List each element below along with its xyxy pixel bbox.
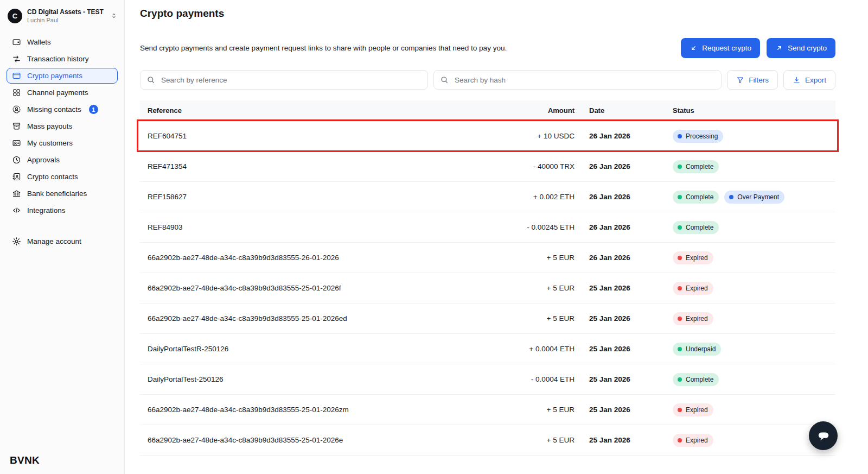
- status-badge: Expired: [673, 434, 713, 447]
- header-actions: Request crypto Send crypto: [681, 38, 835, 58]
- sidebar-item-mass-payouts[interactable]: Mass payouts: [7, 118, 118, 134]
- table-row[interactable]: 66a2902b-ae27-48de-a34c-c8a39b9d3d83555-…: [140, 395, 835, 425]
- table-row[interactable]: REF471354 - 40000 TRX 26 Jan 2026 Comple…: [140, 151, 835, 182]
- main-content: Crypto payments Send crypto payments and…: [125, 0, 868, 456]
- sidebar-item-label: Transaction history: [27, 55, 89, 63]
- row-date: 26 Jan 2026: [589, 193, 673, 201]
- sidebar-item-label: Approvals: [27, 156, 60, 164]
- row-reference: 66a2902b-ae27-48de-a34c-c8a39b9d3d83555-…: [140, 406, 497, 414]
- sidebar-item-wallets[interactable]: Wallets: [7, 34, 118, 50]
- table-row[interactable]: DailyPortalTest-250126 - 0.0004 ETH 25 J…: [140, 364, 835, 395]
- table-header: Reference Amount Date Status: [140, 100, 835, 121]
- sidebar-item-crypto-payments[interactable]: Crypto payments: [7, 68, 118, 84]
- sidebar-item-manage-account[interactable]: Manage account: [7, 233, 118, 249]
- status-badge: Expired: [673, 403, 713, 416]
- send-crypto-label: Send crypto: [788, 44, 827, 52]
- sidebar-item-label: Missing contacts: [27, 105, 81, 113]
- row-date: 25 Jan 2026: [589, 436, 673, 444]
- request-crypto-button[interactable]: Request crypto: [681, 38, 760, 58]
- bank-beneficiaries-icon: [12, 189, 21, 198]
- arrow-up-right-icon: [775, 44, 783, 52]
- filters-button[interactable]: Filters: [727, 70, 778, 90]
- status-badge: Processing: [673, 130, 723, 143]
- chat-widget-button[interactable]: [809, 421, 838, 450]
- sidebar-item-transaction-history[interactable]: Transaction history: [7, 51, 118, 67]
- filters-label: Filters: [749, 76, 769, 84]
- row-date: 25 Jan 2026: [589, 345, 673, 353]
- toolbar: Filters Export: [140, 70, 835, 90]
- search-hash-input[interactable]: [433, 70, 722, 90]
- search-reference-input[interactable]: [140, 70, 428, 90]
- sidebar: C CD Digital Assets - TEST Acc... Luchin…: [0, 0, 125, 474]
- column-header-amount: Amount: [497, 106, 589, 115]
- status-dot-icon: [729, 195, 733, 199]
- table-row[interactable]: REF158627 + 0.002 ETH 26 Jan 2026 Comple…: [140, 182, 835, 212]
- sidebar-item-approvals[interactable]: Approvals: [7, 152, 118, 168]
- status-dot-icon: [678, 408, 682, 412]
- account-meta: CD Digital Assets - TEST Acc... Luchin P…: [27, 8, 105, 23]
- status-label: Processing: [686, 132, 718, 140]
- sidebar-item-integrations[interactable]: Integrations: [7, 203, 118, 218]
- status-dot-icon: [678, 317, 682, 321]
- table-row[interactable]: DailyPortalTestR-250126 + 0.0004 ETH 25 …: [140, 334, 835, 364]
- sidebar-item-crypto-contacts[interactable]: Crypto contacts: [7, 169, 118, 185]
- row-reference: 66a2902b-ae27-48de-a34c-c8a39b9d3d83555-…: [140, 284, 497, 292]
- row-status: Underpaid: [673, 343, 835, 356]
- crypto-payments-icon: [12, 71, 21, 80]
- row-status: Expired: [673, 251, 835, 264]
- table-row[interactable]: REF604751 + 10 USDC 26 Jan 2026 Processi…: [140, 121, 835, 151]
- status-label: Underpaid: [686, 345, 716, 353]
- account-switcher[interactable]: C CD Digital Assets - TEST Acc... Luchin…: [0, 0, 124, 30]
- table-row[interactable]: REF84903 - 0.00245 ETH 26 Jan 2026 Compl…: [140, 212, 835, 243]
- sidebar-item-my-customers[interactable]: My customers: [7, 135, 118, 151]
- sidebar-item-missing-contacts[interactable]: Missing contacts 1: [7, 102, 118, 117]
- row-status: Expired: [673, 403, 835, 416]
- status-label: Complete: [686, 193, 713, 201]
- export-button[interactable]: Export: [783, 70, 835, 90]
- status-label: Over Payment: [737, 193, 779, 201]
- request-crypto-label: Request crypto: [702, 44, 751, 52]
- chevron-updown-icon: [110, 12, 118, 20]
- status-badge: Expired: [673, 251, 713, 264]
- filter-funnel-icon: [736, 76, 744, 84]
- status-badge: Complete: [673, 221, 719, 234]
- row-reference: REF471354: [140, 162, 497, 170]
- search-icon: [440, 75, 449, 84]
- row-status: Processing: [673, 130, 835, 143]
- row-reference: REF158627: [140, 193, 497, 201]
- status-dot-icon: [678, 165, 682, 169]
- table-row[interactable]: 66a2902b-ae27-48de-a34c-c8a39b9d3d83555-…: [140, 243, 835, 273]
- table-row[interactable]: 66a2902b-ae27-48de-a34c-c8a39b9d3d83555-…: [140, 273, 835, 304]
- sidebar-bottom-nav: Manage account: [0, 219, 124, 249]
- payments-table: Reference Amount Date Status REF604751 +…: [140, 100, 835, 456]
- app-root: C CD Digital Assets - TEST Acc... Luchin…: [0, 0, 868, 456]
- column-header-date: Date: [589, 106, 673, 115]
- row-date: 26 Jan 2026: [589, 223, 673, 231]
- row-date: 25 Jan 2026: [589, 314, 673, 323]
- row-amount: + 5 EUR: [497, 254, 589, 262]
- search-by-reference-box: [140, 70, 428, 90]
- channel-payments-icon: [12, 88, 21, 97]
- row-reference: 66a2902b-ae27-48de-a34c-c8a39b9d3d83555-…: [140, 254, 497, 262]
- send-crypto-button[interactable]: Send crypto: [767, 38, 835, 58]
- status-dot-icon: [678, 377, 682, 382]
- sidebar-item-label: Wallets: [27, 38, 51, 46]
- row-amount: - 0.00245 ETH: [497, 223, 589, 231]
- table-row[interactable]: 66a2902b-ae27-48de-a34c-c8a39b9d3d83555-…: [140, 304, 835, 334]
- status-badge: Complete: [673, 373, 719, 386]
- sidebar-item-channel-payments[interactable]: Channel payments: [7, 85, 118, 100]
- status-badge: Over Payment: [724, 191, 784, 204]
- crypto-contacts-icon: [12, 172, 21, 181]
- account-logo-letter: C: [12, 12, 17, 20]
- sidebar-item-label: My customers: [27, 139, 73, 147]
- gear-icon: [12, 237, 21, 246]
- row-amount: + 5 EUR: [497, 436, 589, 444]
- table-row[interactable]: 66a2902b-ae27-48de-a34c-c8a39b9d3d83555-…: [140, 425, 835, 456]
- sidebar-nav: Wallets Transaction history Crypto payme…: [0, 30, 124, 218]
- column-header-reference: Reference: [140, 106, 497, 115]
- row-date: 26 Jan 2026: [589, 254, 673, 262]
- account-logo: C: [8, 9, 22, 23]
- sidebar-item-bank-beneficiaries[interactable]: Bank beneficiaries: [7, 186, 118, 201]
- row-amount: + 5 EUR: [497, 406, 589, 414]
- row-amount: + 5 EUR: [497, 284, 589, 292]
